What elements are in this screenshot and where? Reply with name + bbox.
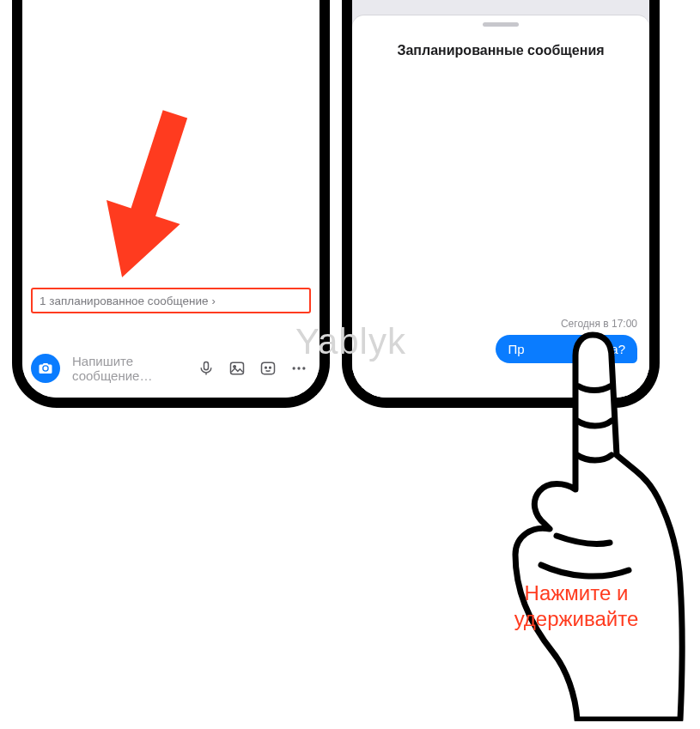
microphone-button[interactable] xyxy=(194,356,218,380)
microphone-icon xyxy=(198,360,215,377)
sheet-title: Запланированные сообщения xyxy=(352,43,649,58)
instruction-line-1: Нажмите и xyxy=(495,580,658,606)
scheduled-sheet-screen: Запланированные сообщения Сегодня в 17:0… xyxy=(352,0,649,398)
message-timestamp: Сегодня в 17:00 xyxy=(561,318,637,330)
svg-rect-0 xyxy=(204,362,209,370)
bubble-text-left: Пр xyxy=(508,342,524,356)
scheduled-messages-sheet: Запланированные сообщения Сегодня в 17:0… xyxy=(352,15,649,398)
chat-screen: 1 запланированное сообщение › Напишите с… xyxy=(22,0,320,398)
scheduled-banner-text: 1 запланированное сообщение xyxy=(40,295,209,307)
svg-point-7 xyxy=(297,367,300,369)
svg-point-4 xyxy=(265,367,267,368)
sticker-icon xyxy=(259,360,277,377)
more-icon xyxy=(290,360,307,377)
svg-point-5 xyxy=(270,367,271,368)
message-input-placeholder: Напишите сообщение… xyxy=(72,354,182,383)
camera-icon xyxy=(38,361,53,376)
sticker-button[interactable] xyxy=(256,356,280,380)
scheduled-message-bubble[interactable]: Пр ивет! Ка к дела? xyxy=(496,335,637,363)
more-button[interactable] xyxy=(287,356,311,380)
phone-frame-left: 1 запланированное сообщение › Напишите с… xyxy=(12,0,330,408)
gallery-icon xyxy=(228,360,246,377)
bubble-text-right: к дела? xyxy=(580,342,625,356)
phone-frame-right: Запланированные сообщения Сегодня в 17:0… xyxy=(342,0,660,408)
message-input[interactable]: Напишите сообщение… xyxy=(67,354,187,383)
svg-point-6 xyxy=(293,367,295,369)
svg-rect-3 xyxy=(262,362,275,374)
svg-point-2 xyxy=(234,366,236,368)
sheet-grabber[interactable] xyxy=(483,22,519,27)
gallery-button[interactable] xyxy=(225,356,249,380)
instruction-line-2: удерживайте xyxy=(495,606,658,632)
compose-bar: Напишите сообщение… xyxy=(22,346,320,391)
camera-button[interactable] xyxy=(31,354,60,383)
chevron-right-icon: › xyxy=(212,295,216,307)
scheduled-messages-banner[interactable]: 1 запланированное сообщение › xyxy=(31,288,311,313)
svg-rect-1 xyxy=(231,362,244,374)
instruction-text: Нажмите и удерживайте xyxy=(495,580,658,632)
svg-point-8 xyxy=(302,367,305,369)
